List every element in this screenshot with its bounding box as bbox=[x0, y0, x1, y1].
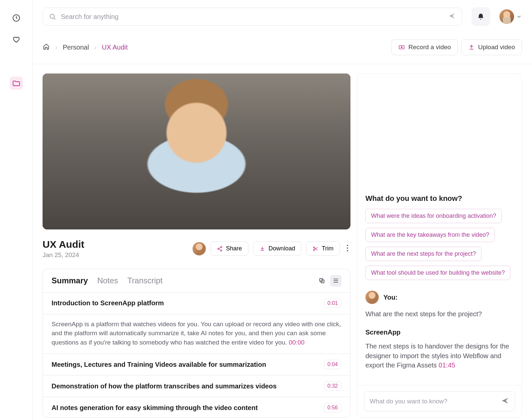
nav-favorites[interactable] bbox=[10, 33, 23, 47]
copy-button[interactable] bbox=[316, 275, 328, 286]
share-button[interactable]: Share bbox=[210, 241, 248, 256]
user-menu[interactable] bbox=[499, 9, 522, 24]
timestamp-link[interactable]: 0:32 bbox=[324, 381, 341, 391]
svg-point-8 bbox=[313, 249, 315, 250]
svg-point-5 bbox=[217, 248, 219, 249]
video-preview[interactable] bbox=[43, 73, 350, 229]
svg-point-7 bbox=[313, 247, 315, 248]
svg-point-10 bbox=[347, 247, 348, 249]
kebab-icon bbox=[346, 244, 348, 252]
section-title: Meetings, Lectures and Training Videos a… bbox=[52, 361, 266, 368]
chat-user-avatar bbox=[365, 291, 379, 304]
svg-point-9 bbox=[347, 245, 348, 246]
svg-point-11 bbox=[347, 250, 348, 251]
breadcrumb-current: UX Audit bbox=[102, 44, 128, 51]
video-title: UX Audit bbox=[43, 239, 84, 250]
list-view-button[interactable] bbox=[330, 275, 341, 286]
home-icon bbox=[43, 43, 50, 50]
timestamp-inline[interactable]: 00:00 bbox=[289, 339, 305, 346]
search-box[interactable] bbox=[43, 8, 462, 26]
trim-button[interactable]: Trim bbox=[306, 241, 340, 256]
suggestion-pill[interactable]: What tool should be used for building th… bbox=[365, 266, 510, 280]
scissors-icon bbox=[313, 246, 319, 252]
svg-point-4 bbox=[220, 246, 222, 247]
sidebar bbox=[0, 0, 33, 420]
topbar bbox=[33, 0, 532, 33]
heart-icon bbox=[12, 36, 21, 44]
chevron-down-icon bbox=[516, 14, 522, 20]
tab-transcript[interactable]: Transcript bbox=[127, 276, 163, 285]
suggestion-pill[interactable]: What were the ideas for onboarding activ… bbox=[365, 209, 502, 223]
search-send-icon[interactable] bbox=[448, 12, 456, 21]
owner-avatar[interactable] bbox=[193, 242, 206, 255]
folder-icon bbox=[12, 79, 21, 87]
timestamp-link[interactable]: 0:04 bbox=[324, 360, 341, 369]
timestamp-link[interactable]: 0:56 bbox=[324, 403, 341, 412]
breadcrumb: › Personal › UX Audit bbox=[43, 43, 128, 52]
section-title: Demonstration of how the platform transc… bbox=[52, 382, 277, 390]
upload-label: Upload video bbox=[478, 44, 515, 51]
timestamp-link[interactable]: 0:01 bbox=[324, 299, 341, 308]
summary-section-3[interactable]: AI notes generation for easy skimming th… bbox=[43, 397, 350, 418]
download-label: Download bbox=[269, 245, 295, 252]
upload-icon bbox=[468, 44, 475, 51]
section-title: AI notes generation for easy skimming th… bbox=[52, 404, 258, 412]
tab-summary[interactable]: Summary bbox=[52, 276, 88, 285]
breadcrumb-sep: › bbox=[55, 44, 58, 51]
list-icon bbox=[332, 277, 339, 284]
timestamp-inline[interactable]: 01:45 bbox=[439, 361, 455, 369]
tab-notes[interactable]: Notes bbox=[97, 276, 118, 285]
chat-send-button[interactable] bbox=[501, 396, 509, 406]
user-avatar bbox=[499, 9, 514, 24]
record-video-button[interactable]: Record a video bbox=[391, 39, 458, 55]
chat-user-label: You: bbox=[383, 294, 398, 301]
trim-label: Trim bbox=[322, 245, 333, 252]
upload-video-button[interactable]: Upload video bbox=[461, 39, 522, 55]
download-icon bbox=[259, 246, 265, 252]
download-button[interactable]: Download bbox=[253, 241, 302, 256]
send-icon bbox=[501, 396, 509, 405]
video-date: Jan 25, 2024 bbox=[43, 251, 84, 259]
svg-point-3 bbox=[401, 47, 403, 48]
chat-input[interactable] bbox=[370, 398, 497, 405]
breadcrumb-personal[interactable]: Personal bbox=[63, 44, 89, 51]
chat-input-row bbox=[357, 385, 522, 417]
record-icon bbox=[398, 44, 405, 51]
more-menu[interactable] bbox=[344, 242, 350, 255]
breadcrumb-sep: › bbox=[94, 44, 97, 51]
chat-bot-label: ScreenApp bbox=[365, 329, 514, 336]
record-label: Record a video bbox=[408, 44, 451, 51]
notifications-button[interactable] bbox=[471, 7, 490, 26]
search-icon bbox=[49, 13, 56, 20]
svg-point-1 bbox=[50, 14, 55, 19]
home-link[interactable] bbox=[43, 43, 50, 52]
chat-panel: What do you want to know? What were the … bbox=[357, 73, 522, 418]
summary-section-2[interactable]: Demonstration of how the platform transc… bbox=[43, 375, 350, 397]
bell-icon bbox=[477, 13, 485, 21]
breadcrumb-row: › Personal › UX Audit Record a video Upl… bbox=[33, 33, 532, 64]
summary-section-1[interactable]: Meetings, Lectures and Training Videos a… bbox=[43, 354, 350, 375]
nav-recent[interactable] bbox=[10, 11, 23, 25]
suggestion-pill[interactable]: What are the key takeaways from the vide… bbox=[365, 228, 495, 242]
share-icon bbox=[217, 246, 223, 252]
nav-folder[interactable] bbox=[10, 76, 23, 90]
suggestion-pill[interactable]: What are the next steps for the project? bbox=[365, 247, 481, 261]
chat-header: What do you want to know? bbox=[365, 194, 514, 203]
summary-section-0[interactable]: Introduction to ScreenApp platform 0:01 bbox=[43, 293, 350, 314]
section-body: ScreenApp is a platform that watches vid… bbox=[43, 314, 350, 354]
search-input[interactable] bbox=[61, 13, 443, 21]
svg-point-6 bbox=[220, 250, 222, 251]
chat-user-message: What are the next steps for the project? bbox=[365, 309, 514, 319]
share-label: Share bbox=[226, 245, 242, 252]
section-title: Introduction to ScreenApp platform bbox=[52, 299, 164, 307]
copy-icon bbox=[319, 277, 325, 284]
clock-icon bbox=[12, 14, 21, 22]
chat-bot-message: The next steps is to handover the design… bbox=[365, 342, 514, 370]
